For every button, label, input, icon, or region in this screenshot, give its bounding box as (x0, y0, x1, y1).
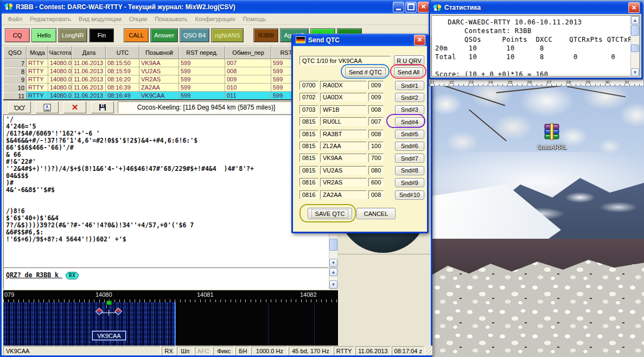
menu-item[interactable]: Конфигурация (192, 14, 239, 24)
send-number-qtc-button[interactable]: Send # QTC (345, 67, 386, 76)
snd-button[interactable]: Snd#8 (395, 166, 424, 175)
snd-button[interactable]: Snd#1 (395, 81, 424, 90)
qtc-time-field[interactable]: 0816 (299, 178, 318, 187)
rx-decode-pane[interactable]: '/ 4'246='5 /61?$4#/6069'!'162'+'-6 ' $&… (3, 114, 329, 267)
qtc-time-field[interactable]: 0815 (299, 130, 318, 138)
log-column-header[interactable]: Дата (72, 46, 106, 59)
qtc-serial-field[interactable]: 600 (368, 178, 384, 187)
stats-scrollbar[interactable]: ▲ ▼ (630, 16, 640, 77)
scroll-down-icon[interactable]: ▼ (631, 68, 639, 76)
menu-item[interactable]: Вид модуляции (75, 14, 125, 24)
minimize-button[interactable] (393, 2, 404, 12)
tx-pane[interactable]: QRZ? de R3BB k RX (3, 267, 329, 289)
qtc-callsign-field[interactable]: ZA2AA (320, 190, 367, 199)
qtc-serial-field[interactable]: 008 (368, 130, 384, 138)
stats-close-button[interactable]: ✕ (628, 2, 640, 13)
log-table-row[interactable]: 10RTTY14080.011.06.201308:16:39ZA2AA5990… (3, 84, 338, 92)
status-cell[interactable]: RX (162, 346, 175, 355)
status-cell[interactable]: 1000.0 Hz (251, 346, 288, 355)
cancel-button[interactable]: CANCEL (356, 208, 396, 219)
qtc-time-field[interactable]: 0816 (299, 190, 318, 199)
qtc-callsign-field[interactable]: VK9AA (320, 154, 367, 162)
qtc-serial-field[interactable]: 008 (368, 190, 384, 199)
snd-button[interactable]: Snd#5 (395, 130, 424, 139)
snd-button[interactable]: Snd#3 (395, 105, 424, 114)
close-button[interactable]: ✕ (418, 2, 429, 12)
qtc-time-field[interactable]: 0700 (299, 81, 318, 90)
resize-grip[interactable] (426, 346, 432, 355)
search-log-button[interactable] (8, 101, 31, 113)
frequency-flag-marker[interactable] (106, 301, 112, 305)
qtc-serial-field[interactable]: 008 (368, 105, 384, 114)
qtc-serial-field[interactable]: 700 (368, 154, 384, 162)
macro-button[interactable]: Answer (150, 28, 178, 42)
status-cell[interactable]: Фикс (213, 346, 234, 355)
qtc-callsign-field[interactable]: ZL2AA (320, 142, 367, 150)
waterfall-display[interactable]: 079 14080 14081 14082 VK9CAA (3, 290, 338, 346)
scrollbar-thumb[interactable] (631, 25, 639, 36)
macro-button[interactable]: ngNrANS (211, 28, 244, 42)
send-all-button[interactable]: Send All (394, 67, 423, 76)
snd-button[interactable]: Snd#2 (395, 93, 424, 102)
log-column-header[interactable]: Позывной (139, 46, 179, 59)
waterfall-callsign-label[interactable]: VK9CAA (92, 331, 126, 340)
qtc-time-field[interactable]: 0815 (299, 166, 318, 175)
log-table-row[interactable]: 8RTTY14080.011.06.201308:15:59VU2AS59900… (3, 67, 338, 75)
qtc-serial-field[interactable]: 009 (368, 93, 384, 101)
qtc-serial-field[interactable]: 007 (368, 117, 384, 126)
macro-button[interactable]: LongNR (58, 28, 87, 42)
qtc-header-field[interactable]: QTC 1/10 for VK9CAA (299, 56, 391, 65)
macro-button[interactable]: QSO B4 (180, 28, 209, 42)
macro-button[interactable]: CALL (124, 28, 149, 42)
log-column-header[interactable]: RST перед. (179, 46, 225, 59)
log-column-header[interactable]: UTC (106, 46, 139, 59)
save-qtc-button[interactable]: SAVE QTC (308, 208, 352, 219)
qtc-callsign-field[interactable]: VU2AS (320, 166, 367, 175)
menu-item[interactable]: Показывать (151, 14, 191, 24)
snd-button[interactable]: Snd#10 (395, 190, 424, 200)
desktop-icon-statsarrl[interactable]: StatsARRL (527, 122, 576, 150)
qtc-time-field[interactable]: 0815 (299, 117, 318, 126)
status-cell[interactable]: AFC (195, 346, 212, 355)
status-cell[interactable]: 45 bd, 170 Hz (289, 346, 333, 355)
r-u-qrv-button[interactable]: R U QRV (394, 55, 424, 66)
scroll-down-icon[interactable]: ▼ (329, 280, 337, 289)
qtc-close-button[interactable]: ✕ (414, 35, 425, 46)
qtc-time-field[interactable]: 0703 (299, 105, 318, 114)
qtc-serial-field[interactable]: 009 (368, 81, 384, 90)
log-column-header[interactable]: Обмен_пер (225, 46, 271, 59)
log-table-row[interactable]: 11RTTY14080.011.06.201308:16:49VK9CAA599… (3, 92, 338, 100)
status-cell[interactable]: 11.06.2013 (355, 346, 390, 355)
menu-item[interactable]: Редактировать (26, 14, 75, 24)
status-cell[interactable]: Шп (177, 346, 194, 355)
status-cell[interactable]: БН (235, 346, 250, 355)
snd-button[interactable]: Snd#7 (395, 154, 424, 163)
scroll-down-icon[interactable]: ▼ (329, 259, 337, 267)
scroll-up-icon[interactable]: ▲ (329, 268, 337, 276)
maximize-button[interactable] (405, 2, 417, 12)
qtc-dialog-titlebar[interactable]: Send QTC ✕ (293, 34, 427, 46)
qtc-callsign-field[interactable]: RA3BT (320, 130, 367, 138)
qtc-serial-field[interactable]: 100 (368, 142, 384, 150)
log-column-header[interactable]: QSO (3, 46, 27, 59)
qtc-time-field[interactable]: 0815 (299, 154, 318, 162)
macro-button[interactable]: R3BB (253, 28, 278, 42)
snd-button[interactable]: Snd#9 (395, 178, 424, 187)
log-column-header[interactable]: Мода (27, 46, 48, 59)
main-titlebar[interactable]: R3BB - Contest: DARC-WAE-RTTY - Текущий … (2, 0, 431, 14)
scrollbar-thumb[interactable] (329, 239, 337, 251)
edit-qso-button[interactable]: A (36, 101, 59, 113)
qtc-callsign-field[interactable]: VR2AS (320, 178, 367, 187)
status-cell[interactable]: 08:17:04 z (392, 346, 425, 355)
menu-item[interactable]: Помощь (239, 14, 270, 24)
stats-titlebar[interactable]: Статистика ✕ (430, 1, 641, 14)
qtc-callsign-field[interactable]: WF1B (320, 105, 367, 114)
qtc-callsign-field[interactable]: RA0DX (320, 81, 367, 90)
rx-mode-badge[interactable]: RX (66, 272, 79, 279)
qtc-callsign-field[interactable]: UA0DX (320, 93, 367, 101)
macro-button[interactable]: CQ (5, 28, 30, 42)
log-table-row[interactable]: 7RTTY14080.011.06.201308:15:50VK9AA59900… (3, 59, 338, 67)
qtc-time-field[interactable]: 0702 (299, 93, 318, 101)
macro-button[interactable]: Fin (89, 28, 114, 42)
macro-button[interactable]: Hello (31, 28, 56, 42)
